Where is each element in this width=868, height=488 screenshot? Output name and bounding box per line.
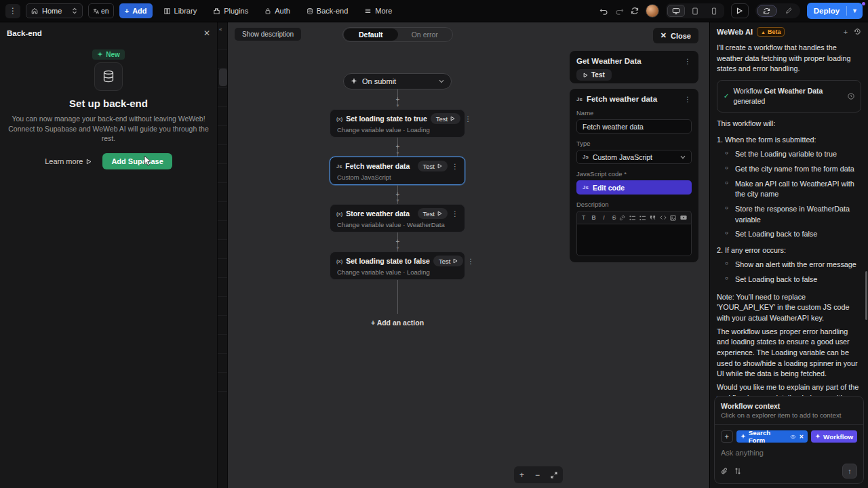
nav-more[interactable]: More — [359, 3, 397, 18]
test-node-button[interactable]: Test — [418, 208, 448, 219]
workflow-node-store-weather[interactable]: (x) Store weather data Test ⋮ Change var… — [330, 204, 465, 232]
add-supabase-button[interactable]: Add Supabase — [102, 153, 172, 169]
remove-chip-icon[interactable]: ✕ — [799, 434, 804, 440]
zoom-in-icon[interactable]: + — [519, 470, 524, 480]
workflow-generated-card[interactable]: ✓ Workflow Get Weather Data generated — [717, 80, 861, 113]
collapsed-rail[interactable]: « — [217, 22, 228, 488]
context-chip-search-form[interactable]: Search Form ✕ — [736, 430, 808, 443]
ai-prompt-input[interactable] — [721, 449, 857, 457]
insert-action-plus-icon[interactable]: + — [393, 191, 402, 198]
deploy-button[interactable]: Deploy ▼ — [807, 3, 863, 19]
list-item: Make an API call to WeatherAPI with the … — [725, 179, 861, 200]
variable-icon: (x) — [336, 258, 342, 264]
element-icon — [741, 434, 746, 439]
close-icon[interactable]: ✕ — [203, 28, 210, 38]
add-action-button[interactable]: + Add an action — [330, 319, 465, 327]
collapse-icon[interactable]: « — [219, 26, 222, 33]
link-icon[interactable] — [619, 215, 629, 221]
node-inspector-menu-icon[interactable]: ⋮ — [684, 96, 692, 103]
nav-library[interactable]: Library — [158, 3, 203, 18]
device-tablet-button[interactable] — [686, 5, 704, 17]
beta-badge: ▲ Beta — [757, 27, 785, 37]
tab-on-error[interactable]: On error — [398, 28, 452, 41]
show-description-button[interactable]: Show description — [235, 28, 301, 41]
close-workflow-button[interactable]: ✕ Close — [653, 28, 698, 43]
javascript-code-label: JavaScript code * — [576, 170, 692, 178]
insert-action-plus-icon[interactable]: + — [393, 96, 402, 103]
workflow-node-fetch-weather[interactable]: Js Fetch weather data Test ⋮ Custom Java… — [330, 157, 465, 185]
toolbar-right-group: Deploy ▼ — [599, 3, 863, 19]
bold-icon[interactable]: B — [589, 214, 599, 221]
user-avatar[interactable] — [646, 4, 659, 18]
quote-icon[interactable] — [650, 215, 660, 220]
attach-icon[interactable] — [721, 468, 728, 475]
edit-code-button[interactable]: Js Edit code — [576, 180, 692, 195]
page-selector[interactable]: Home — [26, 3, 83, 18]
connector-arrow-icon: ▼ — [395, 199, 401, 203]
node-menu-icon[interactable]: ⋮ — [451, 163, 459, 170]
device-mobile-button[interactable] — [705, 5, 723, 17]
image-icon[interactable] — [670, 215, 680, 221]
add-element-button[interactable]: + Add — [119, 3, 153, 18]
insert-action-plus-icon[interactable]: + — [393, 144, 402, 150]
insert-action-plus-icon[interactable]: + — [393, 239, 402, 245]
workflow-menu-icon[interactable]: ⋮ — [684, 58, 692, 65]
scrollbar-thumb[interactable] — [865, 271, 867, 320]
database-icon — [307, 7, 313, 15]
workflow-canvas[interactable]: Show description Default On error ✕ Clos… — [228, 22, 709, 488]
node-menu-icon[interactable]: ⋮ — [451, 210, 459, 218]
sliders-icon[interactable] — [734, 468, 741, 474]
ordered-list-icon[interactable] — [639, 215, 650, 221]
sync-icon[interactable] — [631, 7, 639, 15]
nav-backend[interactable]: Back-end — [301, 3, 353, 18]
node-menu-icon[interactable]: ⋮ — [464, 115, 472, 123]
eye-icon[interactable] — [790, 434, 796, 439]
video-icon[interactable] — [680, 215, 690, 220]
test-node-button[interactable]: Test — [418, 161, 448, 171]
preview-play-button[interactable] — [731, 3, 749, 18]
strikethrough-icon[interactable]: S — [609, 214, 619, 221]
workflow-title: Get Weather Data — [576, 57, 642, 65]
text-style-icon[interactable]: T — [578, 214, 589, 221]
rail-thumb[interactable] — [219, 68, 227, 86]
node-menu-icon[interactable]: ⋮ — [467, 258, 475, 265]
api-key-note: Note: You'll need to replace 'YOUR_API_K… — [717, 292, 861, 324]
context-hint: Click on a explorer item to add to conte… — [721, 411, 857, 419]
branch-tabs: Default On error — [342, 27, 453, 42]
list-item: Set the Loading variable to true — [725, 149, 861, 160]
workflow-node-set-loading-true[interactable]: (x) Set loading state to true Test ⋮ Cha… — [330, 109, 465, 138]
learn-more-link[interactable]: Learn more — [45, 157, 92, 165]
fit-view-icon[interactable] — [551, 472, 557, 479]
history-icon[interactable] — [854, 28, 861, 36]
tab-default[interactable]: Default — [344, 28, 398, 41]
send-button[interactable]: ↑ — [842, 464, 857, 479]
test-node-button[interactable]: Test — [431, 113, 460, 124]
name-input[interactable] — [576, 119, 692, 134]
context-chip-workflow[interactable]: Workflow — [811, 430, 857, 443]
workflow-context-box: Workflow context Click on a explorer ite… — [714, 396, 864, 484]
main-menu-button[interactable]: ⋮ — [5, 4, 20, 18]
zoom-out-icon[interactable]: − — [535, 470, 540, 480]
test-node-button[interactable]: Test — [433, 256, 463, 266]
type-select[interactable]: Js Custom JavaScript — [576, 150, 692, 164]
undo-icon[interactable] — [599, 7, 608, 15]
trigger-node[interactable]: On submit — [343, 73, 452, 89]
new-chat-icon[interactable]: + — [844, 28, 848, 36]
notification-dot — [862, 2, 865, 5]
puzzle-icon — [213, 7, 220, 15]
code-icon[interactable] — [660, 215, 670, 220]
test-workflow-button[interactable]: Test — [576, 69, 612, 81]
redo-icon[interactable] — [615, 7, 624, 15]
italic-icon[interactable]: I — [599, 214, 609, 221]
language-selector[interactable]: en — [88, 3, 114, 18]
nav-auth[interactable]: Auth — [259, 3, 296, 18]
list-item: Show an alert with the error message — [725, 260, 861, 270]
add-context-button[interactable]: + — [721, 430, 733, 443]
workflow-node-set-loading-false[interactable]: (x) Set loading state to false Test ⋮ Ch… — [330, 251, 465, 280]
description-textarea[interactable] — [576, 224, 692, 256]
edit-pencil-button[interactable] — [778, 5, 799, 17]
nav-plugins[interactable]: Plugins — [208, 3, 254, 18]
bullet-list-icon[interactable] — [629, 215, 639, 221]
device-desktop-button[interactable] — [667, 5, 685, 17]
refresh-mode-button[interactable] — [757, 5, 777, 17]
